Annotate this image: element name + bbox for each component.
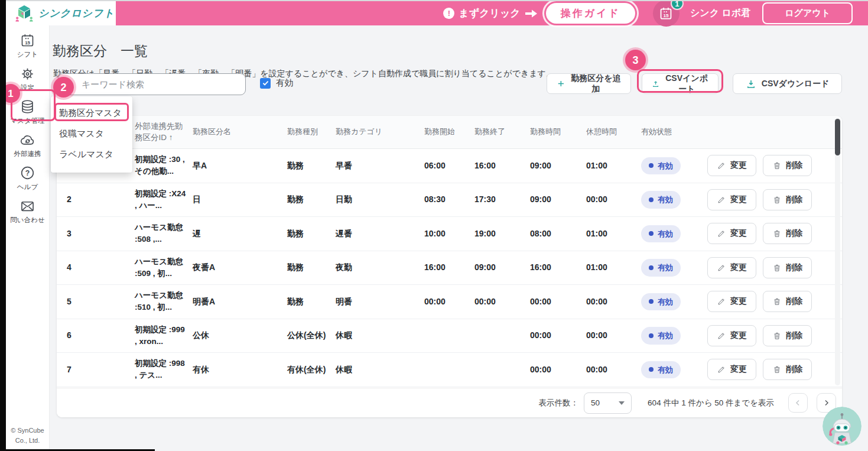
mail-icon (19, 198, 35, 214)
copyright: © SynCube Co., Ltd. (6, 426, 49, 445)
cell-category: 夜勤 (336, 261, 424, 274)
delete-button[interactable]: 削除 (763, 155, 812, 176)
sidebar-item-contact[interactable]: 問い合わせ (6, 198, 49, 225)
delete-button[interactable]: 削除 (763, 223, 812, 244)
window-edge-left (0, 0, 6, 451)
robot-avatar[interactable] (823, 407, 862, 446)
database-icon (19, 99, 35, 115)
download-icon (746, 79, 756, 89)
svg-text:15: 15 (25, 40, 30, 46)
column-header-ext-id[interactable]: 外部連携先勤務区分ID ↑ (135, 121, 193, 144)
cell-break: 00:00 (586, 296, 641, 308)
edit-button[interactable]: 変更 (707, 291, 756, 312)
csv-import-button[interactable]: CSVインポート (642, 73, 719, 94)
window-edge-top (0, 0, 868, 1)
cell-type: 公休(全休) (287, 329, 336, 342)
cell-row-number: 5 (67, 296, 135, 308)
column-header-hours[interactable]: 勤務時間 (530, 126, 586, 137)
csv-download-button[interactable]: CSVダウンロード (733, 73, 842, 94)
pencil-icon (717, 297, 726, 306)
edit-button[interactable]: 変更 (707, 223, 756, 244)
svg-text:?: ? (25, 169, 30, 177)
cell-type: 勤務 (287, 296, 336, 308)
trash-icon (772, 161, 782, 170)
logo-cube-icon (15, 4, 33, 23)
sidebar-item-help[interactable]: ? ヘルプ (6, 165, 49, 192)
cell-row-number: 4 (67, 261, 135, 274)
cell-break: 01:00 (586, 261, 641, 274)
table-body: 1 初期設定 :30 , その他勤... 早A 勤務 早番 06:00 16:0… (57, 149, 842, 387)
cell-break: 01:00 (586, 160, 641, 172)
guide-button[interactable]: 操作ガイド (546, 3, 635, 24)
logout-button[interactable]: ログアウト (762, 2, 853, 24)
cell-status: 有効 (641, 157, 707, 175)
sidebar-item-master[interactable]: マスタ管理 (6, 99, 49, 125)
cell-break: 01:00 (586, 228, 641, 240)
gear-icon (19, 66, 35, 82)
menu-item-role-master[interactable]: 役職マスタ (51, 124, 132, 144)
add-work-type-button[interactable]: 勤務区分を追加 (547, 73, 631, 94)
menu-item-work-type-master[interactable]: 勤務区分マスタ (51, 103, 132, 124)
cell-actions: 変更 削除 (707, 359, 842, 380)
pagination-range-text: 604 件中 1 件から 50 件までを表示 (648, 398, 774, 408)
page-size-value: 50 (591, 398, 600, 407)
cell-hours: 00:00 (530, 296, 586, 308)
cell-end: 19:00 (474, 228, 530, 240)
cell-status: 有効 (641, 327, 707, 345)
table-row: 4 ハーモス勤怠 :509 , 初... 夜番A 勤務 夜勤 16:00 09:… (57, 251, 842, 285)
status-badge: 有効 (641, 361, 681, 379)
cell-ext-id: 初期設定 :30 , その他勤... (135, 154, 193, 178)
sidebar-item-shift[interactable]: 15 シフト (6, 33, 49, 59)
edit-button[interactable]: 変更 (707, 325, 756, 346)
edit-button[interactable]: 変更 (707, 257, 756, 278)
previous-page-button[interactable] (788, 393, 808, 413)
edit-button[interactable]: 変更 (707, 189, 756, 210)
table-row: 7 初期設定 :998 , テス... 有休 有休(全休) 休暇 00:00 0… (57, 353, 842, 387)
cell-start: 08:30 (424, 193, 474, 206)
cell-end: 00:00 (474, 296, 530, 308)
cell-start: 00:00 (424, 296, 474, 308)
cell-name: 有休 (193, 364, 287, 376)
column-header-end[interactable]: 勤務終了 (474, 126, 530, 137)
column-header-status[interactable]: 有効状態 (641, 126, 707, 137)
cell-ext-id: 初期設定 :X24 , ハー... (135, 188, 193, 212)
page-size-select[interactable]: 50 (584, 392, 632, 414)
cell-status: 有効 (641, 225, 707, 243)
cell-end: 17:30 (474, 193, 530, 206)
step3-badge: 3 (625, 50, 646, 70)
cell-actions: 変更 削除 (707, 257, 842, 278)
delete-button[interactable]: 削除 (763, 291, 812, 312)
edit-button[interactable]: 変更 (707, 155, 756, 176)
cell-start: 16:00 (424, 261, 474, 274)
table-header-row: 外部連携先勤務区分ID ↑ 勤務区分名 勤務種別 勤務カテゴリ 勤務開始 勤務終… (57, 116, 842, 149)
upload-icon (652, 79, 659, 89)
column-header-category[interactable]: 勤務カテゴリ (336, 126, 424, 137)
active-filter-checkbox[interactable]: 有効 (260, 77, 293, 89)
scrollbar-track[interactable] (835, 118, 840, 385)
chevron-right-icon (822, 398, 831, 407)
sidebar-item-label: 外部連携 (14, 150, 41, 158)
scrollbar-thumb[interactable] (835, 119, 840, 155)
cell-name: 遅 (193, 228, 287, 240)
app-logo: シンクロシフト (6, 1, 116, 25)
status-dot-icon (649, 299, 654, 304)
edit-button[interactable]: 変更 (707, 359, 756, 380)
cell-name: 日 (193, 193, 287, 206)
delete-button[interactable]: 削除 (763, 189, 812, 210)
delete-button[interactable]: 削除 (763, 359, 812, 380)
column-header-type[interactable]: 勤務種別 (287, 126, 336, 137)
column-header-start[interactable]: 勤務開始 (424, 126, 474, 137)
delete-button[interactable]: 削除 (763, 325, 812, 346)
sidebar-item-external[interactable]: 外部連携 (6, 132, 49, 158)
cell-status: 有効 (641, 293, 707, 311)
cell-ext-id: 初期設定 :998 , テス... (135, 358, 193, 382)
table-row: 3 ハーモス勤怠 :508 ,... 遅 勤務 遅番 10:00 19:00 0… (57, 217, 842, 251)
column-header-break[interactable]: 休憩時間 (586, 126, 641, 137)
step2-badge: 2 (53, 77, 74, 98)
delete-button[interactable]: 削除 (763, 257, 812, 278)
search-input[interactable] (80, 79, 239, 90)
column-header-name[interactable]: 勤務区分名 (193, 126, 287, 137)
notification-calendar-button[interactable]: 15 1 (653, 0, 680, 27)
cell-category: 遅番 (336, 228, 424, 240)
menu-item-label-master[interactable]: ラベルマスタ (51, 144, 132, 165)
